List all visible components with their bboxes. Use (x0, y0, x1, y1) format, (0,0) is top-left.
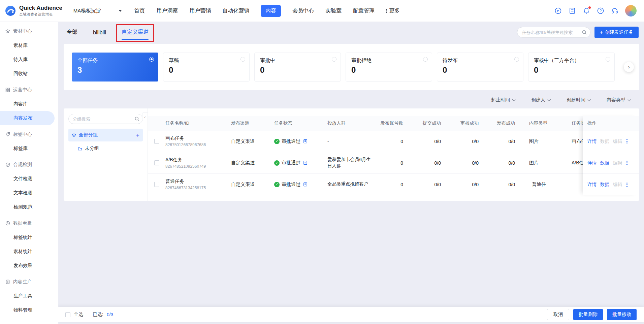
sidebar-item-tag-stats[interactable]: 标签统计 (0, 230, 58, 245)
main-content: 全部 bilibili 自定义渠道 + 创建发送任务 (58, 22, 644, 324)
group-item-ungrouped[interactable]: 未分组 (68, 142, 143, 155)
status-card-approving[interactable]: 审批中 0 (254, 53, 341, 82)
batch-move-button[interactable]: 批量移动 (607, 309, 637, 320)
nav-item-more[interactable]: 更多 (386, 7, 400, 14)
user-avatar[interactable] (625, 5, 637, 17)
service-icon[interactable] (611, 7, 618, 14)
check-circle-icon: ✓ (274, 182, 280, 187)
status-card-draft[interactable]: 草稿 0 (163, 53, 250, 82)
nav-item-config[interactable]: 配置管理 (353, 7, 375, 14)
group-label: 标签中心 (13, 131, 32, 137)
card-count: 0 (260, 65, 335, 75)
sidebar-item-content-library[interactable]: 内容库 (0, 97, 58, 111)
add-group-icon[interactable]: + (136, 132, 139, 138)
sidebar-item-check-spec[interactable]: 检测规范 (0, 200, 58, 214)
nav-item-member-center[interactable]: 会员中心 (292, 7, 314, 14)
search-icon[interactable] (582, 30, 587, 36)
table-row[interactable]: A/B任务 826748521092560749 自定义渠道 ✓ 审批通过 爱慕… (148, 152, 639, 174)
layers-icon (72, 133, 76, 137)
sidebar-group-creative-plaza[interactable]: 创意广场 (0, 319, 58, 324)
filter-date-range[interactable]: 起止时间 (491, 97, 515, 103)
card-count: 0 (534, 65, 609, 75)
docs-icon[interactable] (569, 7, 576, 14)
approval-note-icon[interactable] (303, 139, 308, 143)
filter-create-time[interactable]: 创建时间 (567, 97, 590, 103)
sidebar-item-content-publish[interactable]: 内容发布 (0, 111, 55, 125)
task-name-cell: 画布任务 826750126678967686 (165, 135, 231, 147)
cancel-button[interactable]: 取消 (547, 309, 569, 320)
bell-icon[interactable] (583, 7, 590, 14)
group-search-input[interactable] (68, 114, 143, 124)
row-checkbox[interactable] (154, 139, 159, 144)
sidebar-group-operation-center[interactable]: 运营中心 (0, 83, 58, 97)
column-header-publish: 发布成功 (483, 120, 519, 126)
nav-item-lab[interactable]: 实验室 (325, 7, 342, 14)
sidebar-item-publish-effect[interactable]: 发布效果 (0, 259, 58, 273)
select-all-checkbox[interactable] (65, 312, 70, 317)
sidebar-item-recycle[interactable]: 回收站 (0, 67, 58, 81)
card-count: 0 (443, 65, 518, 75)
row-checkbox[interactable] (154, 160, 159, 165)
help-icon[interactable]: ? (597, 7, 604, 14)
guide-icon[interactable] (554, 7, 562, 14)
nav-item-home[interactable]: 首页 (134, 7, 145, 14)
filter-content-type[interactable]: 内容类型 (607, 97, 631, 103)
search-icon[interactable] (135, 117, 139, 123)
batch-delete-button[interactable]: 批量删除 (573, 309, 603, 320)
cards-next-icon[interactable]: › (624, 62, 634, 72)
app-logo[interactable]: Quick Audience 全域消费者运营增长 (5, 5, 62, 17)
chevron-down-icon (119, 10, 122, 12)
create-send-task-label: 创建发送任务 (605, 29, 633, 35)
status-card-all[interactable]: 全部任务 3 (72, 53, 158, 82)
row-more-icon[interactable] (626, 162, 627, 163)
row-more-icon[interactable] (626, 141, 627, 142)
sidebar-item-material-manage[interactable]: 物料管理 (0, 303, 58, 317)
tab-custom-channel[interactable]: 自定义渠道 (122, 25, 149, 40)
radio-icon (606, 57, 610, 62)
detail-link[interactable]: 详情 (587, 182, 597, 188)
sidebar-item-tag-library[interactable]: 标签库 (0, 141, 58, 156)
detail-link[interactable]: 详情 (587, 138, 597, 144)
data-link[interactable]: 数据 (600, 160, 609, 166)
nav-item-user-insight[interactable]: 用户洞察 (156, 7, 178, 14)
tab-all[interactable]: 全部 (67, 25, 77, 40)
create-send-task-button[interactable]: + 创建发送任务 (594, 27, 639, 38)
chevron-down-icon (628, 98, 631, 101)
sidebar-group-compliance-check[interactable]: 合规检测 (0, 158, 58, 172)
nav-item-content[interactable]: 内容 (261, 5, 281, 17)
detail-link[interactable]: 详情 (587, 160, 597, 166)
more-dots-icon (386, 10, 387, 11)
nav-item-automation-marketing[interactable]: 自动化营销 (222, 7, 249, 14)
task-search-input[interactable] (517, 27, 590, 38)
sidebar-group-data-dashboard[interactable]: 数据看板 (0, 216, 58, 230)
radio-icon (240, 57, 245, 62)
filter-creator[interactable]: 创建人 (531, 97, 550, 103)
sidebar-item-material-library[interactable]: 素材库 (0, 38, 58, 53)
sidebar-item-material-stats[interactable]: 素材统计 (0, 245, 58, 259)
approval-note-icon[interactable] (303, 182, 308, 187)
row-checkbox[interactable] (154, 182, 159, 187)
nav-item-user-marketing[interactable]: 用户营销 (189, 7, 211, 14)
chevron-down-icon (548, 98, 551, 101)
sidebar-group-material-center[interactable]: 素材中心 (0, 24, 58, 38)
column-header-accounts: 发布账号数 (375, 120, 407, 126)
status-card-pending-publish[interactable]: 待发布 0 (437, 53, 523, 82)
sidebar-item-production-tools[interactable]: 生产工具 (0, 289, 58, 303)
table-row[interactable]: 普通任务 826746673134258175 自定义渠道 ✓ 审批通过 全品类… (148, 174, 639, 195)
tab-bilibili[interactable]: bilibili (93, 26, 106, 40)
approval-note-icon[interactable] (303, 161, 308, 165)
collapse-panel-icon[interactable]: ‹ (142, 112, 148, 121)
sidebar-group-content-production[interactable]: 内容生产 (0, 275, 58, 289)
table-row[interactable]: 画布任务 826750126678967686 自定义渠道 ✓ 审批通过 - 0… (148, 131, 639, 152)
data-link[interactable]: 数据 (600, 182, 609, 188)
sidebar-item-inbound[interactable]: 待入库 (0, 53, 58, 67)
workspace-selector[interactable]: MA模板沉淀 (73, 8, 122, 14)
sidebar-item-text-check[interactable]: 文本检测 (0, 186, 58, 200)
task-name-cell: 普通任务 826746673134258175 (165, 179, 231, 190)
row-more-icon[interactable] (626, 184, 627, 185)
status-card-third-party-review[interactable]: 审核中（三方平台） 0 (528, 53, 615, 82)
sidebar-item-file-check[interactable]: 文件检测 (0, 172, 58, 186)
status-card-rejected[interactable]: 审批拒绝 0 (346, 53, 432, 82)
group-item-all[interactable]: 全部分组 + (68, 129, 143, 141)
sidebar-group-tag-center[interactable]: 标签中心 (0, 127, 58, 141)
